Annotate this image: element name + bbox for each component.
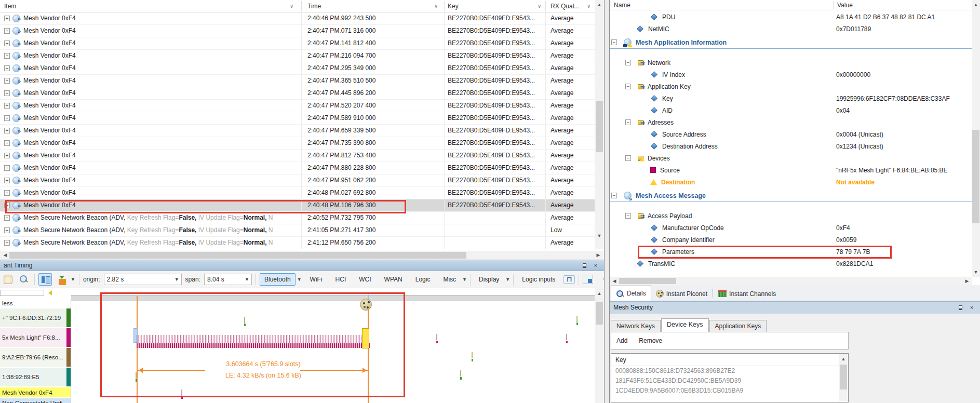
table-row[interactable]: + Mesh Vendor 0xF4 2:40:47 PM.812 753 40… xyxy=(0,150,595,162)
tree-row[interactable]: Source "nRF5x Mesh Light" F6:84:BE:AB:05… xyxy=(610,164,972,176)
collapse-minus-icon[interactable]: − xyxy=(625,119,631,125)
table-row[interactable]: + Mesh Vendor 0xF4 2:40:47 PM.216 094 70… xyxy=(0,50,595,62)
span-combobox[interactable]: 8.04 s ▼ xyxy=(204,274,252,285)
expand-plus-icon[interactable]: + xyxy=(4,16,10,21)
device-lane-label[interactable]: 5x Mesh Light" F6:8... xyxy=(0,328,71,347)
device-lane-label[interactable]: 9:A2:EB:79:66 (Reso... xyxy=(0,348,71,367)
expand-plus-icon[interactable]: + xyxy=(4,178,10,183)
timing-canvas[interactable]: 3.603664 s (5'765.9 slots) LE: 4.32 kB/s… xyxy=(71,288,595,403)
panes-toggle-button[interactable] xyxy=(38,273,52,286)
panel-splitter[interactable] xyxy=(604,0,610,403)
pan-hand-icon[interactable] xyxy=(4,275,12,284)
scroll-right-icon[interactable]: ▶ xyxy=(963,277,971,285)
column-header-time[interactable]: Time xyxy=(307,0,321,12)
tree-row[interactable]: Company Identifier 0x0059 xyxy=(610,234,972,246)
collapse-minus-icon[interactable]: − xyxy=(625,84,631,89)
tab-application-keys[interactable]: Application Keys xyxy=(709,320,767,332)
collapse-minus-icon[interactable]: − xyxy=(625,60,631,65)
table-row[interactable]: + Mesh Vendor 0xF4 2:40:47 PM.659 339 50… xyxy=(0,125,595,137)
table-row[interactable]: + Mesh Vendor 0xF4 2:40:47 PM.365 510 50… xyxy=(0,75,595,87)
pin-icon[interactable] xyxy=(956,304,964,312)
table-row[interactable]: + Mesh Vendor 0xF4 2:40:47 PM.445 896 20… xyxy=(0,87,595,100)
remove-button[interactable]: Remove xyxy=(639,337,662,344)
timing-vertical-scrollbar[interactable]: ▲ xyxy=(595,288,604,403)
table-row[interactable]: + Mesh Vendor 0xF4 2:40:47 PM.141 812 40… xyxy=(0,37,595,50)
tree-row[interactable]: IV Index 0x00000000 xyxy=(610,69,972,80)
pin-icon[interactable] xyxy=(580,262,588,270)
scroll-up-icon[interactable]: ▲ xyxy=(839,355,848,363)
tree-row[interactable]: − Network xyxy=(610,57,972,69)
tree-row[interactable]: NetMIC 0x7D011789 xyxy=(610,23,972,35)
chevron-down-icon[interactable]: ▼ xyxy=(71,277,75,282)
expand-plus-icon[interactable]: + xyxy=(4,215,10,221)
scroll-up-icon[interactable]: ▲ xyxy=(972,1,980,9)
device-key-row[interactable]: 1CD4EDD9:9A5B6007:0E6B3D15:CB015BA9 xyxy=(611,386,848,396)
tree-row[interactable]: − Mesh Access Message xyxy=(610,190,972,202)
chevron-down-icon[interactable]: ▼ xyxy=(245,277,249,282)
tree-row[interactable]: − Mesh Application Information xyxy=(610,36,972,49)
scroll-down-icon[interactable]: ▼ xyxy=(972,268,980,276)
table-row[interactable]: + Mesh Vendor 0xF4 2:40:47 PM.735 390 80… xyxy=(0,137,595,150)
tab-details[interactable]: Details xyxy=(611,286,651,301)
expand-plus-icon[interactable]: + xyxy=(4,140,10,146)
table-row[interactable]: + Mesh Vendor 0xF4 2:40:47 PM.589 910 00… xyxy=(0,112,595,125)
expand-plus-icon[interactable]: + xyxy=(4,190,10,196)
device-lane-label[interactable]: Mesh Vendor 0xF4 xyxy=(0,387,71,397)
scroll-down-icon[interactable]: ▼ xyxy=(595,232,603,240)
toolbar-filter-button[interactable]: Display xyxy=(475,273,504,286)
marker-tool-button[interactable] xyxy=(56,273,69,286)
close-icon[interactable]: × xyxy=(968,304,976,312)
filter-chevron-icon[interactable]: ∨ xyxy=(434,0,438,12)
logic-wave-icon[interactable]: ⊓ xyxy=(563,275,575,284)
expand-plus-icon[interactable]: + xyxy=(4,240,10,246)
toolbar-filter-button[interactable]: HCI xyxy=(331,273,351,286)
collapse-minus-icon[interactable]: − xyxy=(611,39,617,45)
expand-plus-icon[interactable]: + xyxy=(4,153,10,158)
toolbar-filter-button[interactable]: WPAN xyxy=(380,273,407,286)
scrollbar-thumb[interactable] xyxy=(619,278,676,284)
scroll-left-icon[interactable]: ◀ xyxy=(610,277,619,285)
expand-plus-icon[interactable]: + xyxy=(4,65,10,71)
chevron-down-icon[interactable]: ▼ xyxy=(174,277,179,282)
expand-plus-icon[interactable]: + xyxy=(4,103,10,109)
zoom-magnifier-icon[interactable] xyxy=(18,274,30,285)
expand-plus-icon[interactable]: + xyxy=(4,203,10,208)
tree-row[interactable]: Source Address 0x0004 (Unicast) xyxy=(610,128,972,140)
collapse-minus-icon[interactable]: − xyxy=(625,155,631,161)
selection-start-line[interactable] xyxy=(137,296,138,403)
table-horizontal-scrollbar[interactable]: ◀ ▶ xyxy=(0,251,604,260)
device-lane-label[interactable]: +" 9C:F6:DD:31:72:19 xyxy=(0,308,71,327)
table-row[interactable]: + Mesh Secure Network Beacon (ADV, Key R… xyxy=(0,237,595,249)
table-row[interactable]: + Mesh Vendor 0xF4 2:40:47 PM.880 228 80… xyxy=(0,162,595,174)
column-header-key[interactable]: Key xyxy=(448,0,459,12)
chevron-down-icon[interactable]: ▼ xyxy=(462,277,467,282)
device-lane-label[interactable]: Non-Connectable Undi... xyxy=(0,398,71,403)
scrollbar-thumb[interactable] xyxy=(972,130,979,223)
device-key-row[interactable]: 00080888:150C8618:D7324563:896B27E2 xyxy=(611,366,848,376)
save-icon[interactable] xyxy=(583,275,593,284)
expand-plus-icon[interactable]: + xyxy=(4,90,10,96)
table-row[interactable]: + Mesh Secure Network Beacon (ADV, Key R… xyxy=(0,212,595,224)
toolbar-filter-button[interactable]: Logic xyxy=(411,273,435,286)
collapse-minus-icon[interactable]: − xyxy=(611,193,617,198)
filter-chevron-icon[interactable]: ∨ xyxy=(290,0,293,12)
column-header-item[interactable]: Item xyxy=(4,0,16,12)
expand-plus-icon[interactable]: + xyxy=(4,128,10,133)
scrollbar-thumb[interactable] xyxy=(840,365,847,389)
tree-row[interactable]: PDU A8 1A 41 D2 B6 37 48 82 81 DC A1 xyxy=(610,11,972,23)
chevron-down-icon[interactable]: ▼ xyxy=(297,277,302,282)
table-row[interactable]: + Mesh Vendor 0xF4 2:40:47 PM.295 349 00… xyxy=(0,62,595,75)
table-row[interactable]: + Mesh Vendor 0xF4 2:40:47 PM.520 207 40… xyxy=(0,100,595,112)
device-lane-label[interactable]: less xyxy=(0,299,71,307)
scroll-left-icon[interactable]: ◀ xyxy=(1,251,9,259)
close-icon[interactable]: × xyxy=(592,262,600,270)
add-button[interactable]: Add xyxy=(616,337,627,344)
filter-chevron-icon[interactable]: ∨ xyxy=(587,0,590,12)
toolbar-filter-button[interactable]: WCI xyxy=(354,273,375,286)
expand-plus-icon[interactable]: + xyxy=(4,78,10,84)
key-list-scrollbar[interactable]: ▲ xyxy=(839,354,848,401)
table-row[interactable]: + Mesh Vendor 0xF4 2:40:46 PM.992 243 50… xyxy=(0,12,595,25)
tab-instant-channels[interactable]: Instant Channels xyxy=(714,287,781,301)
table-vertical-scrollbar[interactable]: ▲ ▼ xyxy=(595,0,604,249)
toolbar-filter-button[interactable]: Bluetooth xyxy=(260,273,296,286)
